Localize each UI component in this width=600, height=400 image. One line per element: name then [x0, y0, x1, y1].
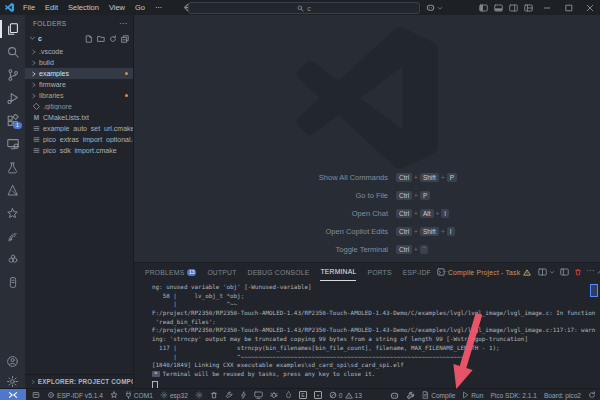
tree-item-libraries[interactable]: libraries	[25, 90, 133, 101]
remote-explorer-icon	[6, 137, 20, 151]
status-run-button[interactable]: Run	[462, 391, 483, 399]
customize-layout-icon[interactable]	[524, 4, 533, 12]
status-star-icon[interactable]	[110, 391, 118, 399]
status-monitor-icon[interactable]	[254, 391, 263, 399]
shortcut-row: Toggle Terminal Ctrl+`	[134, 245, 600, 254]
activity-esp-idf[interactable]	[0, 225, 25, 247]
status-target-esp32[interactable]: esp32	[160, 391, 188, 399]
minimize-button[interactable]	[536, 0, 558, 15]
tab-ports[interactable]: PORTS	[367, 264, 391, 281]
menu-view[interactable]: View	[104, 3, 130, 12]
serial-monitor-icon	[7, 276, 19, 289]
terminal-line: ng: unused variable 'obj' [-Wunused-vari…	[152, 284, 598, 293]
project-components-section[interactable]: EXPLORER: PROJECT COMPONENTS	[25, 374, 133, 388]
more-actions-icon[interactable]: ⋯	[119, 19, 127, 28]
tree-item-examples[interactable]: examples	[25, 68, 133, 79]
terminal-scroll-indicator[interactable]	[590, 284, 598, 297]
extensions-badge: 1	[13, 122, 22, 129]
tab-terminal[interactable]: TERMINAL	[320, 263, 356, 281]
activity-serial-monitor[interactable]	[0, 271, 25, 293]
open-panel-icon[interactable]	[560, 268, 569, 276]
activity-source-control[interactable]	[0, 64, 25, 86]
status-wrench-icon[interactable]	[225, 391, 233, 399]
activity-search[interactable]	[0, 41, 25, 63]
activity-testing[interactable]	[0, 156, 25, 178]
status-refresh-icon[interactable]	[588, 391, 596, 399]
menu-go[interactable]: Go	[130, 3, 150, 12]
accounts-button[interactable]	[0, 350, 25, 372]
status-com-port[interactable]: COM1	[125, 391, 153, 399]
status-flame-icon[interactable]	[285, 391, 292, 399]
search-icon	[297, 5, 304, 12]
terminal-task-entry[interactable]: Compile Project - Task	[437, 268, 531, 276]
tab-output[interactable]: OUTPUT	[207, 264, 236, 281]
panel-more-actions-icon[interactable]: ⋯	[586, 266, 594, 275]
copilot-menu-button[interactable]	[426, 3, 443, 12]
status-copilot-icon[interactable]	[390, 391, 399, 400]
collapse-all-icon[interactable]	[121, 35, 129, 43]
tree-item-cmakelists[interactable]: M CMakeLists.txt	[25, 112, 133, 123]
refresh-icon[interactable]	[109, 35, 117, 43]
cmake-file-icon: M	[33, 114, 40, 121]
kill-terminal-trash-icon[interactable]	[574, 268, 582, 276]
status-compile-button[interactable]: Compile	[422, 391, 455, 399]
tree-item-firmware[interactable]: firmware	[25, 79, 133, 90]
tree-item-build[interactable]: build	[25, 57, 133, 68]
toggle-secondary-sidebar-icon[interactable]	[509, 4, 518, 12]
activity-extensions[interactable]: 1	[0, 110, 25, 132]
new-file-icon[interactable]	[85, 35, 93, 43]
tab-debug-console[interactable]: DEBUG CONSOLE	[248, 264, 310, 281]
menu-file[interactable]: File	[18, 3, 40, 12]
tree-item-gitignore[interactable]: .gitignore	[25, 101, 133, 112]
terminal-output[interactable]: ng: unused variable 'obj' [-Wunused-vari…	[152, 284, 598, 390]
command-center-search[interactable]: c	[188, 2, 420, 14]
status-device-icon[interactable]	[32, 391, 40, 399]
activity-run-debug[interactable]	[0, 87, 25, 109]
new-folder-icon[interactable]	[97, 35, 105, 43]
menu-edit[interactable]: Edit	[40, 3, 63, 12]
status-gear-icon[interactable]	[195, 391, 203, 399]
menu-more[interactable]: ⋯	[150, 3, 168, 12]
tree-item-pico-sdk-import[interactable]: pico_sdk_import.cmake	[25, 145, 133, 156]
tree-item-pico-extras-import[interactable]: pico_extras_import_optional.cmake	[25, 134, 133, 145]
status-add-box[interactable]: +	[314, 391, 322, 399]
problems-badge: 13	[187, 269, 196, 276]
status-esp-explorer-box[interactable]: E	[299, 391, 307, 399]
activity-explorer[interactable]	[0, 18, 25, 40]
status-problems-summary[interactable]: 0 13	[329, 391, 362, 399]
tree-root-folder[interactable]: c	[25, 33, 133, 44]
status-pico-sdk[interactable]: Pico SDK: 2.1.1	[490, 392, 537, 399]
status-board[interactable]: Board: pico2	[544, 392, 581, 399]
shortcut-row: Open Chat Ctrl+Alt+I	[134, 209, 600, 218]
error-icon	[329, 391, 337, 399]
chevron-collapsed-icon	[31, 379, 36, 385]
tab-problems[interactable]: PROBLEMS 13	[145, 264, 196, 281]
terminal-line: F:/project/RP2350/RP2350-Touch-AMOLED-1.…	[152, 310, 598, 319]
status-trash-icon[interactable]	[210, 391, 218, 399]
vscode-watermark-logo	[294, 27, 440, 169]
remote-indicator[interactable]	[0, 389, 26, 400]
folders-section-header[interactable]: FOLDERS	[33, 20, 67, 27]
status-tools-icon[interactable]	[406, 391, 415, 400]
status-lightning-icon[interactable]	[240, 391, 247, 399]
activity-raspberry-pi[interactable]	[0, 248, 25, 270]
status-debug-icon[interactable]	[270, 391, 278, 399]
status-esp-idf-version[interactable]: ESP-IDF v5.1.4	[47, 391, 103, 399]
activity-platformio[interactable]	[0, 202, 25, 224]
toggle-panel-icon[interactable]	[494, 4, 503, 12]
terminal-line: F:/project/RP2350/RP2350-Touch-AMOLED-1.…	[152, 327, 598, 336]
menu-selection[interactable]: Selection	[63, 3, 104, 12]
close-button[interactable]	[579, 0, 600, 15]
tree-item-example-auto-set-url[interactable]: example_auto_set_url.cmake	[25, 123, 133, 134]
activity-cmake[interactable]	[0, 179, 25, 201]
bottom-panel: PROBLEMS 13 OUTPUT DEBUG CONSOLE TERMINA…	[134, 262, 600, 389]
maximize-button[interactable]	[558, 0, 580, 15]
tab-esp-idf[interactable]: ESP-IDF	[403, 264, 431, 281]
toggle-primary-sidebar-icon[interactable]	[479, 4, 488, 12]
split-terminal-button[interactable]	[538, 268, 555, 276]
watermark-shortcuts: Show All Commands Ctrl+Shift+P Go to Fil…	[134, 173, 600, 263]
terminal-line: ing: 'strncpy' output may be truncated c…	[152, 336, 598, 345]
tree-item-vscode[interactable]: .vscode	[25, 46, 133, 57]
chevron-collapsed-icon	[31, 82, 37, 88]
activity-remote-explorer[interactable]	[0, 133, 25, 155]
